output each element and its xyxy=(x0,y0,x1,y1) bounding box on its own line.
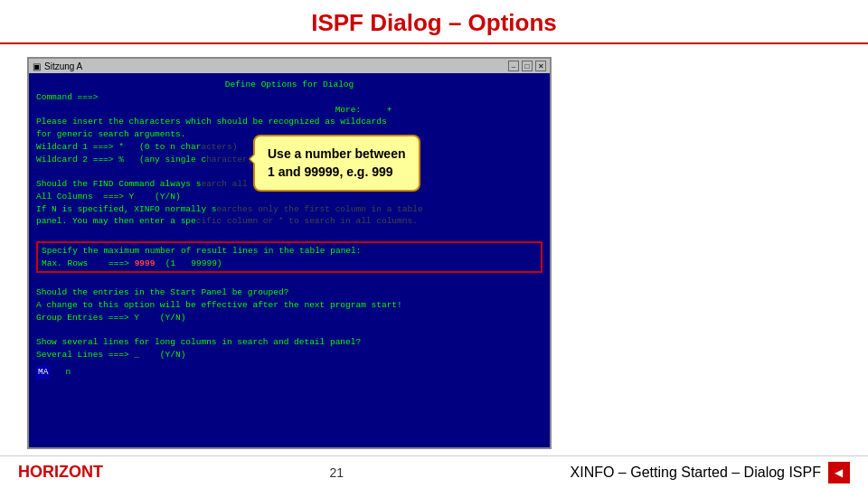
terminal-line-1: Please insert the characters which shoul… xyxy=(36,116,542,128)
terminal-status: MA xyxy=(36,365,50,380)
tooltip-bubble: Use a number between 1 and 99999, e.g. 9… xyxy=(253,135,420,192)
terminal-more: More: + xyxy=(36,104,542,117)
close-button[interactable]: ✕ xyxy=(535,61,546,71)
page-footer: HORIZONT 21 XINFO – Getting Started – Di… xyxy=(0,455,868,488)
titlebar-text: Sitzung A xyxy=(44,61,82,71)
page-header: ISPF Dialog – Options xyxy=(0,0,868,44)
page-title: ISPF Dialog – Options xyxy=(311,9,557,36)
terminal-line-11 xyxy=(36,274,542,286)
footer-page-number: 21 xyxy=(329,465,344,480)
terminal-line-13: A change to this option will be effectiv… xyxy=(36,299,542,312)
terminal-titlebar: ▣ Sitzung A – □ ✕ xyxy=(29,59,550,73)
terminal-line-16: Show several lines for long columns in s… xyxy=(36,336,542,349)
terminal-specify-line: Specify the maximum number of result lin… xyxy=(42,245,537,258)
max-rows-value: 9999 xyxy=(135,258,156,268)
terminal-icon: ▣ xyxy=(33,61,41,71)
terminal-line-14: Group Entries ===> Y (Y/N) xyxy=(36,312,542,324)
tooltip-line2: 1 and 99999, e.g. 999 xyxy=(268,164,406,182)
terminal-line-8: If N is specified, XINFO normally search… xyxy=(36,203,542,216)
titlebar-left: ▣ Sitzung A xyxy=(33,61,82,71)
titlebar-controls: – □ ✕ xyxy=(508,61,546,71)
logo-o: O xyxy=(30,463,42,481)
terminal-status-n: n xyxy=(50,367,71,377)
maximize-button[interactable]: □ xyxy=(522,61,533,71)
nav-back-button[interactable]: ◀ xyxy=(828,462,850,483)
terminal-maxrows-line: Max. Rows ===> 9999 (1 99999) xyxy=(42,258,537,270)
terminal-body: Define Options for Dialog Command ===> M… xyxy=(29,73,550,385)
terminal-title-line: Define Options for Dialog xyxy=(36,79,542,91)
terminal-line-15 xyxy=(36,324,542,337)
main-content: ▣ Sitzung A – □ ✕ Define Options for Dia… xyxy=(0,44,868,449)
logo-h: H xyxy=(18,463,30,481)
terminal-line-7: All Columns ===> Y (Y/N) xyxy=(36,191,542,203)
tooltip-line1: Use a number between xyxy=(268,145,406,164)
footer-logo: HORIZONT xyxy=(18,463,103,482)
minimize-button[interactable]: – xyxy=(508,61,519,71)
logo-rizont: RIZONT xyxy=(42,463,103,481)
highlighted-section: Specify the maximum number of result lin… xyxy=(36,241,542,274)
footer-right-text: XINFO – Getting Started – Dialog ISPF xyxy=(571,465,821,481)
terminal-line-12: Should the entries in the Start Panel be… xyxy=(36,286,542,299)
terminal-line-17: Several Lines ===> _ (Y/N) xyxy=(36,349,542,361)
terminal-line-9: panel. You may then enter a specific col… xyxy=(36,215,542,228)
terminal-line-10 xyxy=(36,228,542,240)
footer-nav: XINFO – Getting Started – Dialog ISPF ◀ xyxy=(571,462,850,483)
terminal-command-line: Command ===> xyxy=(36,91,542,104)
terminal-window: ▣ Sitzung A – □ ✕ Define Options for Dia… xyxy=(27,57,552,449)
